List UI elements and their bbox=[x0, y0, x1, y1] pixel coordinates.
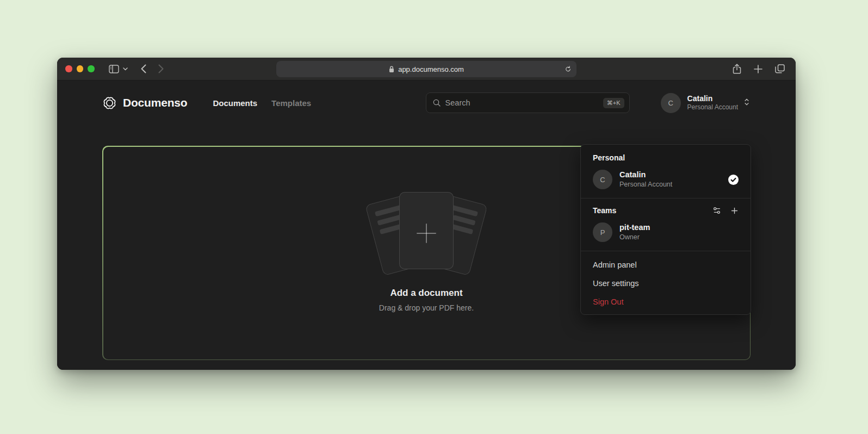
close-window-button[interactable] bbox=[65, 65, 72, 72]
forward-button-icon bbox=[158, 64, 164, 73]
search-input[interactable] bbox=[445, 98, 599, 107]
selected-check-icon bbox=[728, 175, 739, 185]
brand-name: Documenso bbox=[123, 96, 187, 109]
share-icon[interactable] bbox=[733, 64, 741, 74]
url-text[interactable]: app.documenso.com bbox=[398, 65, 464, 73]
main-nav: Documents Templates bbox=[213, 98, 311, 108]
nav-documents[interactable]: Documents bbox=[213, 98, 257, 108]
app-header: Documenso Documents Templates ⌘+K C Cata… bbox=[57, 84, 796, 122]
personal-account-item[interactable]: C Catalin Personal Account bbox=[587, 166, 744, 190]
team-role: Owner bbox=[619, 233, 650, 241]
dropzone-title: Add a document bbox=[390, 288, 462, 299]
account-dropdown-menu: Personal C Catalin Personal Account bbox=[580, 144, 751, 315]
account-type: Personal Account bbox=[687, 103, 738, 111]
document-card-center bbox=[399, 192, 454, 269]
personal-sub: Personal Account bbox=[619, 180, 672, 189]
minimize-window-button[interactable] bbox=[77, 65, 84, 72]
sidebar-dropdown-chevron-icon[interactable] bbox=[123, 67, 128, 71]
team-name: pit-team bbox=[619, 222, 650, 233]
chevrons-up-down-icon bbox=[743, 97, 751, 109]
menu-divider bbox=[581, 198, 751, 199]
search-icon bbox=[432, 98, 441, 107]
new-tab-icon[interactable] bbox=[754, 65, 762, 73]
account-avatar: C bbox=[661, 93, 681, 113]
menu-item-sign-out[interactable]: Sign Out bbox=[581, 293, 751, 311]
add-team-icon[interactable] bbox=[730, 207, 739, 215]
team-item[interactable]: P pit-team Owner bbox=[587, 219, 744, 243]
account-name: Catalin bbox=[687, 94, 738, 104]
search-box[interactable]: ⌘+K bbox=[426, 92, 630, 113]
address-bar[interactable]: app.documenso.com bbox=[276, 61, 576, 77]
personal-section-label: Personal bbox=[593, 153, 625, 162]
account-menu-button[interactable]: C Catalin Personal Account bbox=[661, 93, 751, 113]
stacked-documents-illustration bbox=[369, 192, 483, 275]
plus-icon bbox=[415, 222, 438, 247]
menu-divider bbox=[581, 251, 751, 251]
search-shortcut-badge: ⌘+K bbox=[603, 98, 624, 108]
documenso-logo-icon bbox=[102, 96, 117, 110]
brand[interactable]: Documenso bbox=[102, 96, 187, 110]
zoom-window-button[interactable] bbox=[88, 65, 95, 72]
personal-avatar: C bbox=[593, 170, 612, 189]
menu-item-user-settings[interactable]: User settings bbox=[581, 274, 751, 293]
manage-teams-icon[interactable] bbox=[712, 206, 721, 215]
traffic-lights bbox=[65, 65, 95, 72]
app-content: Documenso Documents Templates ⌘+K C Cata… bbox=[57, 80, 796, 370]
teams-section-label: Teams bbox=[593, 206, 616, 215]
dropzone-subtitle: Drag & drop your PDF here. bbox=[379, 303, 474, 312]
reload-icon[interactable] bbox=[565, 65, 572, 73]
personal-name: Catalin bbox=[619, 170, 672, 180]
team-avatar: P bbox=[593, 222, 612, 242]
padlock-icon bbox=[389, 66, 394, 73]
menu-item-admin-panel[interactable]: Admin panel bbox=[581, 256, 751, 274]
back-button-icon[interactable] bbox=[141, 64, 146, 73]
browser-window: app.documenso.com bbox=[57, 58, 796, 370]
tab-overview-icon[interactable] bbox=[775, 64, 785, 73]
sidebar-toggle-icon[interactable] bbox=[109, 65, 119, 73]
browser-toolbar: app.documenso.com bbox=[57, 58, 796, 80]
nav-templates[interactable]: Templates bbox=[271, 98, 311, 108]
